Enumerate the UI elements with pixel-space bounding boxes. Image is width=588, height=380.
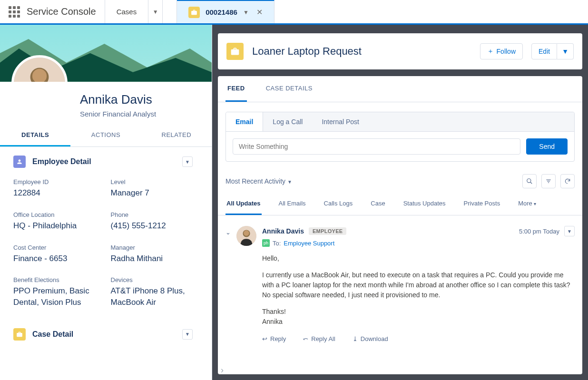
employee-fields: Employee ID122884 LevelManager 7 Office … [0,174,212,320]
reply-icon: ↩ [262,335,267,342]
page-title: Loaner Laptop Request [252,45,471,58]
composer-tab-email[interactable]: Email [226,112,263,131]
recipient-link[interactable]: Employee Support [284,240,334,247]
tab-feed[interactable]: FEED [225,76,247,102]
field-employee-id: Employee ID122884 [13,178,101,199]
follow-button[interactable]: ＋Follow [480,43,523,59]
tab-actions[interactable]: ACTIONS [70,125,141,146]
filter-private-posts[interactable]: Private Posts [463,193,501,215]
svg-point-5 [527,179,531,183]
field-office: Office LocationHQ - Philadelphia [13,211,101,232]
filter-icon [545,178,552,185]
app-name: Service Console [27,6,96,17]
edit-button[interactable]: Edit [531,43,557,59]
svg-point-12 [244,230,249,236]
case-icon [188,7,200,18]
reply-button[interactable]: ↩Reply [262,335,286,342]
composer-tab-log-call[interactable]: Log a Call [263,112,312,131]
chevron-down-icon: ▼ [287,179,292,185]
section-case-detail: Case Detail ▼ [0,320,212,346]
phone-icon: ph [262,239,270,247]
svg-rect-9 [548,182,549,183]
record-tabs: FEED CASE DETAILS [218,76,582,102]
employee-icon [13,156,26,168]
download-icon: ⤓ [353,335,358,342]
feed-author: Annika Davis [262,227,304,235]
edit-button-group: Edit ▼ [531,43,574,59]
feed-recipient: ph To: Employee Support [262,239,575,247]
filter-feed-button[interactable] [541,174,556,188]
tab-details[interactable]: DETAILS [0,125,70,146]
field-manager: ManagerRadha Mithani [111,244,199,264]
feed-content: Hello, I currently use a MacBook Air, bu… [262,253,575,327]
plus-icon: ＋ [487,47,494,56]
field-benefits: Benefit ElectionsPPO Premium, Basic Dent… [13,276,101,308]
nav-divider [163,0,177,23]
workspace-tab-case[interactable]: 00021486 ▼ ✕ [177,0,274,23]
main-panel: Loaner Laptop Request ＋Follow Edit ▼ FEE… [212,25,588,380]
svg-line-6 [530,182,532,184]
download-button[interactable]: ⤓Download [353,335,388,342]
record-sidebar: Annika Davis Senior Financial Analyst DE… [0,25,212,380]
search-feed-button[interactable] [522,174,537,188]
composer-input[interactable] [233,138,520,155]
tab-label: 00021486 [206,8,237,16]
feed-card: FEED CASE DETAILS Email Log a Call Inter… [218,76,582,374]
hero-banner [0,25,212,82]
app-launcher-icon [9,6,20,18]
case-icon [226,43,244,60]
feed-item-menu[interactable]: ▼ [564,226,575,236]
chevron-down-icon: ▼ [153,9,158,15]
page-header: Loaner Laptop Request ＋Follow Edit ▼ [218,33,582,69]
collapse-toggle[interactable]: ⌄ [225,229,231,342]
chevron-down-icon: ▼ [562,48,568,55]
nav-item-label: Cases [117,8,137,16]
filter-status-updates[interactable]: Status Updates [402,193,447,215]
field-devices: DevicesAT&T iPhone 8 Plus, MacBook Air [111,276,199,308]
reply-all-button[interactable]: ⤺Reply All [303,335,335,342]
feed-toolbar: Most Recent Activity ▼ [218,171,582,193]
feed-actions: ↩Reply ⤺Reply All ⤓Download [262,335,575,342]
feed-timestamp: 5:00 pm Today [519,228,559,235]
section-title: Case Detail [32,330,73,339]
person-name: Annika Davis [80,92,202,107]
edit-dropdown-button[interactable]: ▼ [557,43,574,59]
feed-item: ⌄ Annika Davis EMPLOYEE 5:00 pm Today ▼ … [218,215,582,347]
filter-all-updates[interactable]: All Updates [225,193,262,215]
search-icon [526,178,533,185]
tab-close-icon[interactable]: ✕ [256,8,263,17]
panel-expand-toggle[interactable]: › [221,365,224,375]
section-menu-button[interactable]: ▼ [182,329,193,340]
svg-rect-7 [546,180,550,180]
tab-chevron-icon[interactable]: ▼ [243,9,249,16]
feed-filter-tabs: All Updates All Emails Calls Logs Case S… [218,193,582,215]
sidebar-tabs: DETAILS ACTIONS RELATED [0,125,212,147]
sort-dropdown[interactable]: Most Recent Activity ▼ [225,177,292,185]
case-icon [13,328,26,341]
section-title: Employee Detail [32,157,91,166]
send-button[interactable]: Send [526,138,568,155]
app-launcher[interactable]: Service Console [0,0,105,23]
top-navigation: Service Console Cases ▼ 00021486 ▼ ✕ [0,0,588,25]
field-level: LevelManager 7 [111,178,199,199]
tab-related[interactable]: RELATED [141,125,212,146]
composer-tab-internal-post[interactable]: Internal Post [312,112,369,131]
field-phone: Phone(415) 555-1212 [111,211,199,232]
field-cost-center: Cost CenterFinance - 6653 [13,244,101,264]
nav-cases-dropdown[interactable]: ▼ [148,0,163,23]
svg-rect-8 [547,181,550,181]
employee-badge: EMPLOYEE [309,227,347,235]
filter-all-emails[interactable]: All Emails [278,193,307,215]
person-title: Senior Financial Analyst [80,110,202,118]
nav-item-cases[interactable]: Cases [105,0,149,23]
filter-calls-logs[interactable]: Calls Logs [323,193,354,215]
refresh-feed-button[interactable] [560,174,575,188]
filter-more[interactable]: More [517,193,537,215]
section-menu-button[interactable]: ▼ [182,156,193,167]
avatar [236,226,256,246]
section-employee-detail: Employee Detail ▼ [0,147,212,174]
tab-case-details[interactable]: CASE DETAILS [264,76,314,102]
reply-all-icon: ⤺ [303,335,308,342]
filter-case[interactable]: Case [370,193,386,215]
composer-tabs: Email Log a Call Internal Post [226,112,574,132]
